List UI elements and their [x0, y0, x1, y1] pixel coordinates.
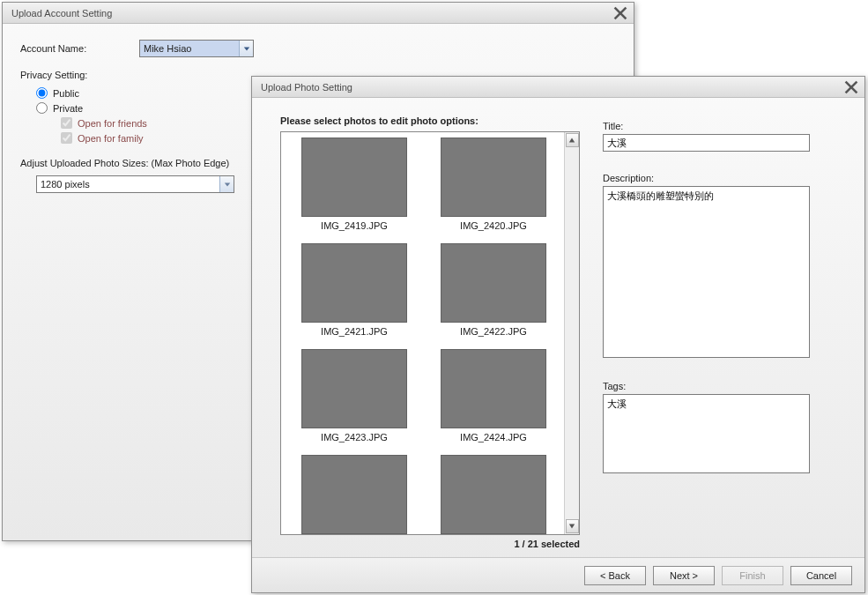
photo-size-value: 1280 pixels: [41, 179, 90, 190]
thumbnail-item[interactable]: [426, 455, 561, 535]
thumbnail-image: [301, 349, 407, 428]
thumbnail-panel: IMG_2419.JPG IMG_2420.JPG IMG_2421.JPG I…: [280, 131, 580, 535]
thumbnail-item[interactable]: IMG_2423.JPG: [286, 349, 422, 443]
radio-public-label: Public: [53, 88, 79, 99]
photo-title: Upload Photo Setting: [261, 82, 352, 93]
scroll-track[interactable]: [565, 148, 579, 518]
selected-count: 1 / 21 selected: [280, 539, 580, 549]
cancel-button[interactable]: Cancel: [790, 566, 852, 585]
photo-size-combo[interactable]: 1280 pixels: [36, 175, 234, 193]
check-open-friends[interactable]: [61, 117, 72, 129]
radio-public[interactable]: [36, 87, 48, 99]
thumbnail-image: [301, 455, 407, 534]
account-name-value: Mike Hsiao: [144, 43, 191, 54]
thumbnail-caption: IMG_2423.JPG: [286, 432, 422, 443]
thumbnail-scrollbar[interactable]: [564, 132, 579, 534]
thumbnail-item[interactable]: [286, 455, 422, 535]
close-icon[interactable]: [843, 80, 859, 94]
thumbnail-item[interactable]: IMG_2424.JPG: [426, 349, 561, 443]
check-open-family-label: Open for family: [78, 133, 144, 144]
upload-photo-dialog: Upload Photo Setting Please select photo…: [251, 76, 865, 593]
thumbnail-image: [441, 455, 546, 534]
svg-marker-6: [569, 138, 575, 143]
thumbnail-caption: IMG_2422.JPG: [426, 326, 561, 337]
radio-private-label: Private: [53, 103, 83, 114]
back-button[interactable]: < Back: [584, 566, 646, 585]
tags-textarea[interactable]: 大溪: [603, 394, 810, 473]
thumbnail-caption: IMG_2420.JPG: [426, 220, 561, 231]
account-title: Upload Account Setting: [11, 8, 112, 19]
account-titlebar[interactable]: Upload Account Setting: [3, 3, 634, 24]
thumbnail-image: [441, 138, 546, 217]
account-name-combo[interactable]: Mike Hsiao: [139, 40, 254, 57]
thumbnail-item[interactable]: IMG_2419.JPG: [286, 138, 422, 231]
scroll-up-icon[interactable]: [566, 133, 579, 147]
check-open-family[interactable]: [61, 132, 72, 144]
chevron-down-icon[interactable]: [219, 176, 234, 192]
svg-marker-3: [224, 182, 229, 186]
radio-private[interactable]: [36, 102, 48, 114]
thumbnail-caption: IMG_2419.JPG: [286, 220, 422, 231]
thumbnail-item[interactable]: IMG_2420.JPG: [426, 138, 561, 231]
thumbnail-caption: IMG_2421.JPG: [286, 326, 422, 337]
thumbnail-item[interactable]: IMG_2422.JPG: [426, 243, 561, 337]
title-field-label: Title:: [603, 121, 832, 131]
description-field-label: Description:: [603, 173, 832, 183]
check-open-friends-label: Open for friends: [78, 118, 147, 129]
thumbnail-image: [441, 349, 546, 428]
thumbnail-item[interactable]: IMG_2421.JPG: [286, 243, 422, 337]
description-textarea[interactable]: 大溪橋頭的雕塑蠻特別的: [603, 186, 810, 358]
svg-marker-2: [243, 47, 249, 50]
thumbnail-image: [441, 243, 546, 323]
thumbnail-caption: IMG_2424.JPG: [426, 432, 561, 443]
chevron-down-icon[interactable]: [239, 41, 253, 56]
svg-marker-7: [569, 524, 575, 529]
thumbnail-image: [301, 138, 407, 217]
wizard-footer: < Back Next > Finish Cancel: [252, 557, 864, 592]
next-button[interactable]: Next >: [653, 566, 715, 585]
title-input[interactable]: [603, 134, 810, 152]
close-icon[interactable]: [612, 6, 628, 20]
tags-field-label: Tags:: [603, 381, 832, 391]
photo-titlebar[interactable]: Upload Photo Setting: [252, 77, 864, 98]
thumbnail-image: [301, 243, 407, 323]
scroll-down-icon[interactable]: [566, 519, 579, 533]
finish-button[interactable]: Finish: [722, 566, 783, 585]
account-name-label: Account Name:: [20, 43, 139, 54]
